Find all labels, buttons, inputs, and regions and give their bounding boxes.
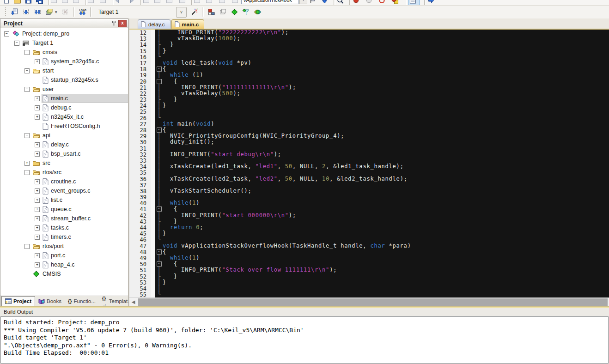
expander-minus-icon[interactable]: −: [24, 244, 30, 249]
tree-item-api[interactable]: −api: [0, 131, 128, 140]
save-icon[interactable]: [24, 0, 32, 5]
tree-item-queue-c[interactable]: +queue.c: [0, 205, 128, 214]
breakpoint-disable-icon[interactable]: [365, 0, 373, 5]
manage-books-button[interactable]: [217, 6, 229, 18]
expander-plus-icon[interactable]: +: [35, 253, 40, 258]
indent-icon[interactable]: [193, 0, 201, 5]
tree-item-startup-n32g45x-s[interactable]: startup_n32g45x.s: [0, 75, 128, 85]
bookmark-margin[interactable]: [151, 121, 155, 127]
expander-minus-icon[interactable]: −: [24, 87, 30, 92]
bookmark-margin[interactable]: [151, 200, 155, 206]
expander-plus-icon[interactable]: +: [35, 96, 40, 101]
down-arrow-icon[interactable]: [321, 0, 329, 5]
tree-item-bsp-usart-c[interactable]: +bsp_usart.c: [0, 149, 128, 158]
scroll-left-icon[interactable]: ◀: [129, 298, 137, 306]
open-icon[interactable]: [13, 0, 21, 5]
expander-plus-icon[interactable]: +: [35, 262, 40, 267]
expander-plus-icon[interactable]: +: [35, 207, 40, 212]
bookmark-margin[interactable]: [151, 152, 155, 158]
tree-item-port-c[interactable]: +port.c: [0, 251, 128, 260]
tree-item-project-demp-pro[interactable]: −Project: demp_pro: [0, 29, 128, 38]
bookmark-margin[interactable]: [151, 237, 155, 243]
symbol-flag-icon[interactable]: [309, 0, 317, 5]
bookmark-prev-icon[interactable]: [153, 0, 161, 5]
outdent-icon[interactable]: [205, 0, 213, 5]
tree-item-cmsis[interactable]: −cmsis: [0, 48, 128, 57]
pack-installer-button[interactable]: [252, 6, 263, 18]
bookmark-margin[interactable]: [151, 279, 155, 285]
pin-icon[interactable]: [110, 20, 117, 27]
bookmark-margin[interactable]: [151, 164, 155, 170]
expander-plus-icon[interactable]: +: [35, 59, 40, 64]
build-output-log[interactable]: Build started: Project: demp_pro*** Usin…: [0, 316, 609, 364]
tree-item-user[interactable]: −user: [0, 85, 128, 94]
bookmark-margin[interactable]: [151, 291, 155, 297]
expander-plus-icon[interactable]: +: [24, 161, 30, 166]
tree-item-croutine-c[interactable]: +croutine.c: [0, 177, 128, 186]
rte-button[interactable]: [229, 6, 240, 18]
panel-tab-books[interactable]: Books: [35, 296, 65, 306]
build-button[interactable]: [20, 6, 32, 18]
bookmark-margin[interactable]: [151, 72, 155, 78]
tree-item-rtos-port[interactable]: −rtos/port: [0, 242, 128, 251]
memory-window-icon[interactable]: [408, 0, 420, 6]
close-icon[interactable]: x: [118, 20, 127, 27]
bookmark-margin[interactable]: [151, 206, 155, 212]
bookmark-margin[interactable]: [151, 103, 155, 109]
bookmark-margin[interactable]: [151, 42, 155, 48]
target-options-button[interactable]: [189, 6, 200, 18]
bookmark-margin[interactable]: [151, 115, 155, 121]
bookmark-margin[interactable]: [151, 133, 155, 139]
bookmark-margin[interactable]: [151, 85, 155, 91]
tree-item-heap-4-c[interactable]: +heap_4.c: [0, 260, 128, 269]
expander-plus-icon[interactable]: +: [35, 235, 40, 240]
expander-minus-icon[interactable]: −: [24, 68, 30, 73]
bookmark-margin[interactable]: [151, 218, 155, 224]
bookmark-margin[interactable]: [151, 285, 155, 291]
bookmark-margin[interactable]: [151, 91, 155, 97]
expander-plus-icon[interactable]: +: [35, 115, 40, 120]
bookmark-clear-icon[interactable]: [178, 0, 186, 5]
bookmark-next-icon[interactable]: [165, 0, 173, 5]
bookmark-margin[interactable]: [151, 224, 155, 231]
select-packs-button[interactable]: [240, 6, 252, 18]
breakpoint-icon[interactable]: [352, 0, 360, 5]
fold-collapse-icon[interactable]: -: [155, 206, 163, 212]
bookmark-margin[interactable]: [151, 212, 155, 218]
expander-plus-icon[interactable]: +: [35, 198, 40, 203]
nav-forward-icon[interactable]: [128, 0, 135, 5]
bookmark-margin[interactable]: [151, 261, 155, 267]
tree-item-delay-c[interactable]: +delay.c: [0, 140, 128, 149]
bookmark-margin[interactable]: [151, 30, 155, 36]
bookmark-margin[interactable]: [151, 231, 155, 237]
tree-item-src[interactable]: +src: [0, 158, 128, 168]
expander-minus-icon[interactable]: −: [4, 31, 9, 36]
expander-plus-icon[interactable]: +: [35, 188, 40, 194]
copy-icon[interactable]: [61, 0, 69, 5]
bookmark-margin[interactable]: [151, 255, 155, 261]
tree-item-main-c[interactable]: +main.c: [0, 94, 128, 103]
uncomment-icon[interactable]: [231, 0, 239, 5]
bookmark-margin[interactable]: [151, 188, 155, 194]
bookmark-margin[interactable]: [151, 158, 155, 164]
bookmark-margin[interactable]: [151, 60, 155, 66]
expander-minus-icon[interactable]: −: [24, 50, 30, 55]
bookmark-margin[interactable]: [151, 273, 155, 279]
expander-plus-icon[interactable]: +: [35, 179, 40, 184]
nav-back-icon[interactable]: [114, 0, 122, 5]
tree-item-debug-c[interactable]: +debug.c: [0, 103, 128, 112]
toolbar-grip[interactable]: [5, 7, 6, 17]
cut-icon[interactable]: [50, 0, 58, 5]
expander-plus-icon[interactable]: +: [35, 142, 40, 147]
bookmark-margin[interactable]: [151, 127, 155, 133]
bookmark-margin[interactable]: [151, 170, 155, 176]
bookmark-margin[interactable]: [151, 146, 155, 152]
bookmark-margin[interactable]: [151, 66, 155, 72]
tree-item-list-c[interactable]: +list.c: [0, 195, 128, 205]
tree-item-tasks-c[interactable]: +tasks.c: [0, 223, 128, 232]
bookmark-margin[interactable]: [151, 97, 155, 103]
save-all-icon[interactable]: [36, 0, 43, 5]
comment-icon[interactable]: [218, 0, 226, 5]
editor-tab-main-c[interactable]: main.c: [171, 19, 204, 29]
breakpoint-killall-icon[interactable]: [391, 0, 399, 5]
